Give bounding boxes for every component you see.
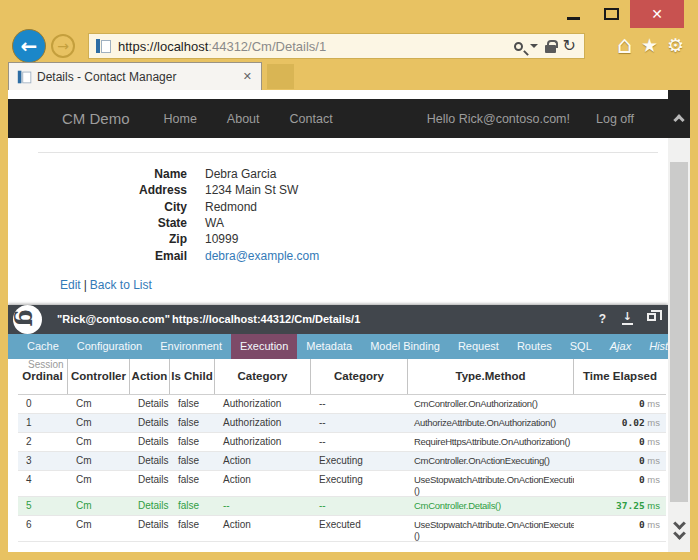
cell-ordinal: 3 xyxy=(18,452,68,470)
cell-category1: Authorization xyxy=(215,395,311,413)
glimpse-header: g "Rick@contoso.com" https://localhost:4… xyxy=(8,305,668,334)
page-scrollbar[interactable] xyxy=(668,90,690,552)
nav-link-about[interactable]: About xyxy=(227,112,260,126)
header-cell[interactable]: Is Child xyxy=(170,359,215,394)
cell-action: Details xyxy=(130,497,170,515)
favorites-star-icon[interactable]: ★ xyxy=(641,36,658,55)
lock-icon[interactable] xyxy=(545,45,556,53)
cell-time-elapsed: 0 ms xyxy=(574,395,666,413)
glimpse-tab-sql[interactable]: SQL xyxy=(561,334,601,359)
minimize-button[interactable] xyxy=(556,0,590,28)
table-row[interactable]: 3CmDetailsfalseActionExecutingCmControll… xyxy=(18,452,666,471)
refresh-icon[interactable]: ↻ xyxy=(563,38,576,54)
cell-action: Details xyxy=(130,395,170,413)
header-cell[interactable]: Category xyxy=(311,359,408,394)
dock-icon[interactable]: ↓ xyxy=(622,311,633,325)
address-url[interactable]: https://localhost:44312/Cm/Details/1 xyxy=(118,39,326,54)
glimpse-tab-ajax[interactable]: Ajax xyxy=(601,334,640,359)
new-tab-button[interactable] xyxy=(267,64,294,89)
cell-category1: Action xyxy=(215,516,311,541)
settings-gear-icon[interactable]: ⚙ xyxy=(667,36,684,55)
email-link[interactable]: debra@example.com xyxy=(205,249,319,263)
table-row[interactable]: 4CmDetailsfalseActionExecutingUseStopwat… xyxy=(18,471,666,497)
table-row[interactable]: 6CmDetailsfalseActionExecutedUseStopwatc… xyxy=(18,516,666,542)
nav-link-home[interactable]: Home xyxy=(164,112,197,126)
cell-ordinal: 2 xyxy=(18,433,68,451)
header-cell[interactable]: Category xyxy=(215,359,311,394)
detail-value: WA xyxy=(205,216,224,230)
window-border-bottom xyxy=(0,552,698,560)
window-titlebar[interactable]: ✕ xyxy=(0,0,698,28)
glimpse-tab-history[interactable]: History xyxy=(640,334,668,359)
cell-controller: Cm xyxy=(68,395,130,413)
glimpse-tab-metadata[interactable]: Metadata xyxy=(297,334,361,359)
cell-is-child: false xyxy=(170,497,215,515)
glimpse-user: "Rick@contoso.com" xyxy=(57,313,170,325)
edit-link[interactable]: Edit xyxy=(60,278,81,292)
header-cell[interactable]: Action xyxy=(130,359,170,394)
cell-controller: Cm xyxy=(68,471,130,496)
cell-category1: Action xyxy=(215,452,311,470)
logoff-link[interactable]: Log off xyxy=(596,112,634,126)
detail-value: Debra Garcia xyxy=(205,167,276,181)
glimpse-tab-model-binding[interactable]: Model Binding xyxy=(361,334,449,359)
detail-row: NameDebra Garcia xyxy=(8,166,428,182)
scroll-down-icon[interactable] xyxy=(668,519,690,538)
cell-action: Details xyxy=(130,471,170,496)
header-cell[interactable]: Ordinal xyxy=(18,359,68,394)
detail-row: StateWA xyxy=(8,215,428,231)
maximize-button[interactable] xyxy=(594,0,628,28)
glimpse-tab-environment[interactable]: Environment xyxy=(151,334,231,359)
cell-time-elapsed: 0 ms xyxy=(574,452,666,470)
help-icon[interactable]: ? xyxy=(599,312,606,326)
cell-category2: -- xyxy=(311,395,408,413)
popout-icon[interactable] xyxy=(647,313,656,321)
cell-category2: Executing xyxy=(311,452,408,470)
glimpse-tab-request[interactable]: Request xyxy=(449,334,508,359)
search-dropdown-icon[interactable] xyxy=(530,44,538,48)
time-value: 37.25 xyxy=(616,500,645,511)
glimpse-logo-icon[interactable]: g xyxy=(13,305,42,334)
forward-button[interactable]: → xyxy=(51,34,75,58)
table-row[interactable]: 0CmDetailsfalseAuthorization--CmControll… xyxy=(18,395,666,414)
time-unit: ms xyxy=(645,417,660,428)
search-icon[interactable] xyxy=(514,42,523,51)
scrollbar-top[interactable] xyxy=(668,90,690,138)
brand-link[interactable]: CM Demo xyxy=(62,110,130,127)
nav-link-contact[interactable]: Contact xyxy=(290,112,333,126)
detail-label: State xyxy=(8,216,187,230)
cell-category2: -- xyxy=(311,497,408,515)
header-cell[interactable]: Type.Method xyxy=(408,359,574,394)
browser-tab[interactable]: Details - Contact Manager ✕ xyxy=(8,62,262,90)
back-button[interactable]: ← xyxy=(12,29,46,63)
table-row[interactable]: 2CmDetailsfalseAuthorization--RequireHtt… xyxy=(18,433,666,452)
page-icon xyxy=(96,38,112,54)
header-cell[interactable]: Controller xyxy=(68,359,130,394)
home-icon[interactable]: ⌂ xyxy=(617,33,632,57)
cell-action: Details xyxy=(130,452,170,470)
glimpse-tab-routes[interactable]: Routes xyxy=(508,334,561,359)
tab-page-icon xyxy=(18,69,32,83)
glimpse-tab-configuration[interactable]: Configuration xyxy=(68,334,151,359)
minimize-icon xyxy=(567,17,580,20)
scrollbar-thumb[interactable] xyxy=(670,162,688,502)
tab-title: Details - Contact Manager xyxy=(37,70,176,84)
cell-category1: Authorization xyxy=(215,433,311,451)
glimpse-tab-cache[interactable]: Cache xyxy=(18,334,68,359)
detail-label: Address xyxy=(8,183,187,197)
detail-row: Address1234 Main St SW xyxy=(8,182,428,198)
cell-controller: Cm xyxy=(68,452,130,470)
cell-action: Details xyxy=(130,433,170,451)
table-row[interactable]: 1CmDetailsfalseAuthorization--AuthorizeA… xyxy=(18,414,666,433)
time-unit: ms xyxy=(645,436,660,447)
table-row[interactable]: 5CmDetailsfalse----CmController.Details(… xyxy=(18,497,666,516)
close-button[interactable]: ✕ xyxy=(630,0,684,28)
detail-value: 10999 xyxy=(205,232,238,246)
header-cell[interactable]: Time Elapsed xyxy=(574,359,666,394)
tab-close-icon[interactable]: ✕ xyxy=(243,70,252,83)
glimpse-tab-execution[interactable]: Execution xyxy=(231,334,297,359)
scroll-up-icon[interactable] xyxy=(673,114,684,125)
address-bar[interactable]: https://localhost:44312/Cm/Details/1 ↻ xyxy=(88,33,585,59)
back-to-list-link[interactable]: Back to List xyxy=(90,278,152,292)
greeting-link[interactable]: Hello Rick@contoso.com! xyxy=(427,112,570,126)
